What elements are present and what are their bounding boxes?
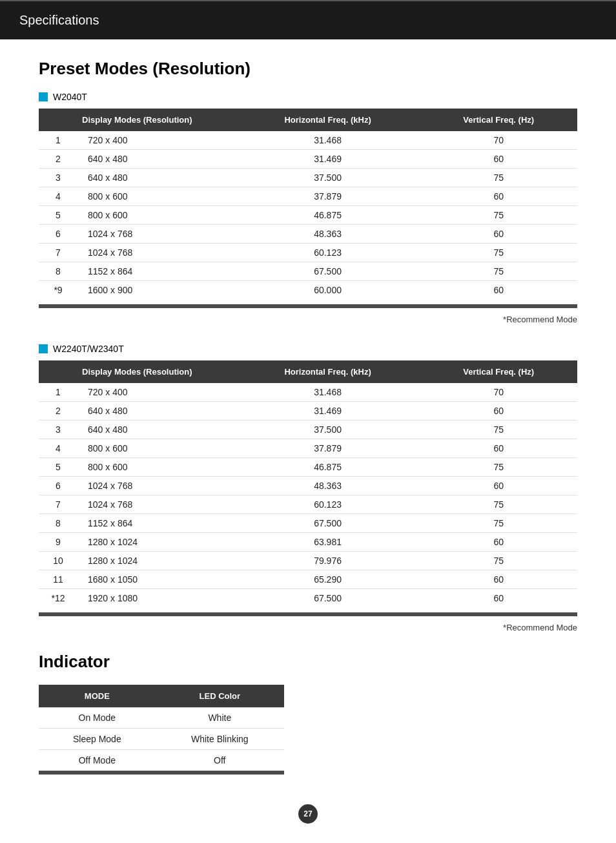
- indicator-section: Indicator MODE LED Color On Mode White S…: [39, 652, 577, 775]
- cell-led-color: White: [156, 707, 284, 729]
- cell-resolution: 800 x 600: [77, 458, 236, 477]
- cell-v-freq: 60: [420, 477, 577, 495]
- cell-num: 8: [39, 514, 77, 533]
- cell-h-freq: 37.879: [236, 439, 420, 458]
- indicator-row: On Mode White: [39, 707, 284, 729]
- indicator-header-row: MODE LED Color: [39, 685, 284, 707]
- cell-resolution: 1152 x 864: [77, 514, 236, 533]
- cell-v-freq: 75: [420, 206, 577, 225]
- cell-h-freq: 37.500: [236, 421, 420, 439]
- cell-num: 5: [39, 206, 77, 225]
- cell-v-freq: 75: [420, 244, 577, 262]
- cell-num: 11: [39, 570, 77, 589]
- cell-h-freq: 63.981: [236, 533, 420, 552]
- cell-num: *12: [39, 589, 77, 608]
- col-mode: MODE: [39, 685, 156, 707]
- cell-v-freq: 60: [420, 589, 577, 608]
- cell-num: 2: [39, 150, 77, 169]
- cell-mode: On Mode: [39, 707, 156, 729]
- cell-resolution: 640 x 480: [77, 169, 236, 187]
- col-h-freq: Horizontal Freq. (kHz): [236, 109, 420, 131]
- cell-resolution: 1152 x 864: [77, 262, 236, 281]
- cell-v-freq: 75: [420, 495, 577, 514]
- cell-resolution: 1600 x 900: [77, 281, 236, 300]
- cell-resolution: 1024 x 768: [77, 225, 236, 244]
- table-footer-bar-2: [39, 612, 577, 616]
- indicator-row: Off Mode Off: [39, 750, 284, 771]
- table-row: 5 800 x 600 46.875 75: [39, 458, 577, 477]
- table-row: *9 1600 x 900 60.000 60: [39, 281, 577, 300]
- table-row: 3 640 x 480 37.500 75: [39, 169, 577, 187]
- cell-resolution: 640 x 480: [77, 402, 236, 421]
- cell-resolution: 1280 x 1024: [77, 533, 236, 552]
- table-row: 2 640 x 480 31.469 60: [39, 150, 577, 169]
- table-row: 7 1024 x 768 60.123 75: [39, 244, 577, 262]
- table-row: 10 1280 x 1024 79.976 75: [39, 552, 577, 570]
- table-row: 6 1024 x 768 48.363 60: [39, 225, 577, 244]
- cell-num: 5: [39, 458, 77, 477]
- cell-h-freq: 31.469: [236, 150, 420, 169]
- cell-num: 7: [39, 244, 77, 262]
- cell-v-freq: 75: [420, 514, 577, 533]
- cell-v-freq: 60: [420, 402, 577, 421]
- spec-table-w2040t: Display Modes (Resolution) Horizontal Fr…: [39, 109, 577, 299]
- table-header-row-2: Display Modes (Resolution) Horizontal Fr…: [39, 360, 577, 383]
- cell-v-freq: 75: [420, 552, 577, 570]
- model-name-2: W2240T/W2340T: [53, 344, 124, 354]
- cell-v-freq: 60: [420, 439, 577, 458]
- indicator-footer-bar: [39, 771, 284, 775]
- table-row: 9 1280 x 1024 63.981 60: [39, 533, 577, 552]
- model-label-w2240t: W2240T/W2340T: [39, 344, 577, 354]
- col-v-freq: Vertical Freq. (Hz): [420, 109, 577, 131]
- cell-v-freq: 75: [420, 458, 577, 477]
- cell-h-freq: 60.123: [236, 495, 420, 514]
- cell-h-freq: 46.875: [236, 458, 420, 477]
- table-section-w2240t: W2240T/W2340T Display Modes (Resolution)…: [39, 344, 577, 616]
- indicator-title: Indicator: [39, 652, 577, 672]
- col-led-color: LED Color: [156, 685, 284, 707]
- page-content: Preset Modes (Resolution) W2040T Display…: [0, 39, 616, 813]
- table-footer-bar: [39, 304, 577, 308]
- cell-v-freq: 60: [420, 150, 577, 169]
- cell-resolution: 1280 x 1024: [77, 552, 236, 570]
- cell-resolution: 640 x 480: [77, 150, 236, 169]
- cell-resolution: 1024 x 768: [77, 495, 236, 514]
- cell-num: 4: [39, 439, 77, 458]
- table-row: 4 800 x 600 37.879 60: [39, 439, 577, 458]
- cell-v-freq: 70: [420, 131, 577, 150]
- cell-h-freq: 67.500: [236, 589, 420, 608]
- cell-resolution: 1680 x 1050: [77, 570, 236, 589]
- table-row: 6 1024 x 768 48.363 60: [39, 477, 577, 495]
- col-display-modes: Display Modes (Resolution): [39, 109, 236, 131]
- table-row: 2 640 x 480 31.469 60: [39, 402, 577, 421]
- col-display-modes-2: Display Modes (Resolution): [39, 360, 236, 383]
- table-header-row: Display Modes (Resolution) Horizontal Fr…: [39, 109, 577, 131]
- cell-resolution: 720 x 400: [77, 383, 236, 402]
- preset-modes-title: Preset Modes (Resolution): [39, 59, 577, 79]
- col-h-freq-2: Horizontal Freq. (kHz): [236, 360, 420, 383]
- cell-num: 1: [39, 131, 77, 150]
- cell-num: 1: [39, 383, 77, 402]
- cell-num: 6: [39, 477, 77, 495]
- cell-v-freq: 60: [420, 187, 577, 206]
- table-row: 5 800 x 600 46.875 75: [39, 206, 577, 225]
- cell-num: 3: [39, 421, 77, 439]
- model-color-box-2: [39, 344, 48, 353]
- cell-v-freq: 75: [420, 262, 577, 281]
- cell-h-freq: 37.500: [236, 169, 420, 187]
- cell-v-freq: 60: [420, 570, 577, 589]
- table-row: 1 720 x 400 31.468 70: [39, 131, 577, 150]
- cell-resolution: 1024 x 768: [77, 244, 236, 262]
- table-row: 8 1152 x 864 67.500 75: [39, 514, 577, 533]
- cell-v-freq: 60: [420, 225, 577, 244]
- indicator-row: Sleep Mode White Blinking: [39, 729, 284, 750]
- cell-h-freq: 31.469: [236, 402, 420, 421]
- cell-h-freq: 48.363: [236, 225, 420, 244]
- recommend-note-2: *Recommend Mode: [39, 623, 577, 632]
- model-color-box: [39, 92, 48, 101]
- preset-modes-section: Preset Modes (Resolution) W2040T Display…: [39, 59, 577, 632]
- table-row: 8 1152 x 864 67.500 75: [39, 262, 577, 281]
- page-header: Specifications: [0, 0, 616, 39]
- table-row: *12 1920 x 1080 67.500 60: [39, 589, 577, 608]
- cell-resolution: 720 x 400: [77, 131, 236, 150]
